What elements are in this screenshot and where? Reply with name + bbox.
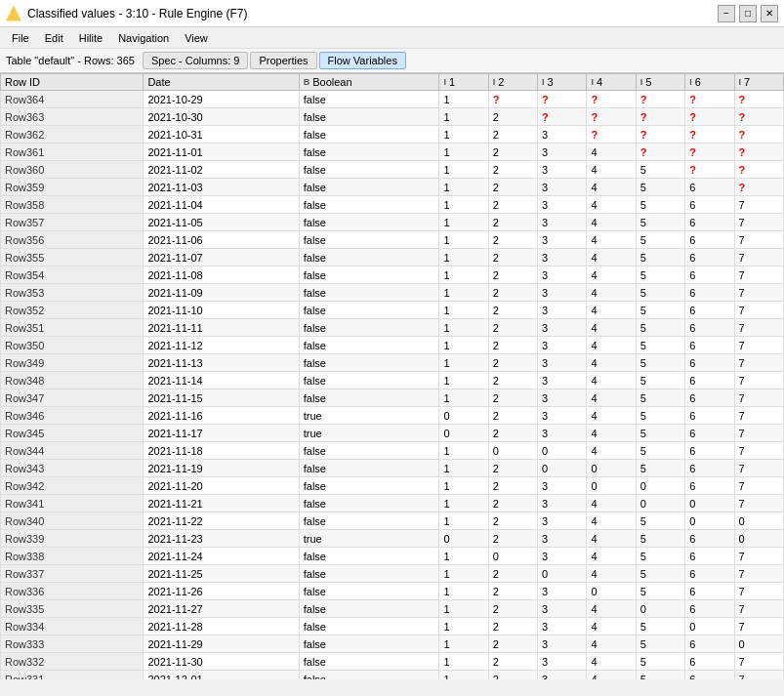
- table-row[interactable]: Row3602021-11-02false12345??: [1, 161, 784, 179]
- table-row[interactable]: Row3402021-11-22false1234500: [1, 512, 784, 530]
- table-row[interactable]: Row3562021-11-06false1234567: [1, 231, 784, 249]
- table-row[interactable]: Row3412021-11-21false1234007: [1, 495, 784, 512]
- properties-button[interactable]: Properties: [250, 52, 316, 69]
- table-row[interactable]: Row3582021-11-04false1234567: [1, 196, 784, 214]
- data-table-container[interactable]: Row ID Date B Boolean I 1 I 2 I 3: [0, 73, 784, 679]
- table-cell: 4: [587, 337, 636, 354]
- table-row[interactable]: Row3522021-11-10false1234567: [1, 302, 784, 319]
- table-row[interactable]: Row3642021-10-29false1??????: [1, 91, 784, 108]
- table-cell: 0: [734, 530, 783, 548]
- table-cell: 1: [439, 442, 488, 460]
- table-cell: 6: [685, 671, 734, 680]
- table-row[interactable]: Row3342021-11-28false1234507: [1, 618, 784, 635]
- table-cell: Row344: [1, 442, 144, 460]
- table-row[interactable]: Row3572021-11-05false1234567: [1, 214, 784, 231]
- table-cell: 3: [538, 337, 587, 354]
- table-cell: Row333: [1, 635, 144, 653]
- table-cell: false: [299, 460, 439, 477]
- table-row[interactable]: Row3452021-11-17true0234567: [1, 425, 784, 442]
- table-row[interactable]: Row3632021-10-30false12?????: [1, 108, 784, 126]
- table-cell: 0: [587, 583, 636, 600]
- table-cell: 5: [636, 635, 684, 653]
- spec-button[interactable]: Spec - Columns: 9: [143, 52, 248, 69]
- menu-view[interactable]: View: [177, 30, 216, 46]
- table-cell: 4: [587, 565, 636, 583]
- table-cell: 2021-11-19: [144, 460, 299, 477]
- table-cell: ?: [685, 126, 734, 143]
- table-cell: 3: [538, 425, 587, 442]
- table-cell: Row343: [1, 460, 144, 477]
- table-row[interactable]: Row3492021-11-13false1234567: [1, 354, 784, 372]
- table-cell: 4: [587, 495, 636, 512]
- table-row[interactable]: Row3322021-11-30false1234567: [1, 653, 784, 671]
- table-row[interactable]: Row3592021-11-03false123456?: [1, 179, 784, 196]
- flow-variables-button[interactable]: Flow Variables: [319, 52, 406, 69]
- table-row[interactable]: Row3462021-11-16true0234567: [1, 407, 784, 425]
- table-cell: 2: [488, 635, 537, 653]
- table-row[interactable]: Row3542021-11-08false1234567: [1, 266, 784, 284]
- table-cell: false: [299, 143, 439, 161]
- table-row[interactable]: Row3312021-12-01false1234567: [1, 671, 784, 680]
- table-cell: ?: [685, 161, 734, 179]
- menu-file[interactable]: File: [4, 30, 37, 46]
- table-cell: 2: [488, 231, 537, 249]
- table-cell: 2: [488, 425, 537, 442]
- table-row[interactable]: Row3382021-11-24false1034567: [1, 548, 784, 565]
- table-cell: 4: [587, 354, 636, 372]
- table-cell: 5: [636, 583, 684, 600]
- table-row[interactable]: Row3352021-11-27false1234067: [1, 600, 784, 618]
- table-cell: ?: [587, 126, 636, 143]
- table-cell: 5: [636, 389, 684, 407]
- table-cell: false: [299, 302, 439, 319]
- table-cell: 6: [685, 407, 734, 425]
- table-cell: Row342: [1, 477, 144, 495]
- table-cell: 2021-11-18: [144, 442, 299, 460]
- table-cell: 2: [488, 143, 537, 161]
- table-row[interactable]: Row3422021-11-20false1230067: [1, 477, 784, 495]
- table-cell: 1: [439, 337, 488, 354]
- menu-edit[interactable]: Edit: [37, 30, 71, 46]
- table-cell: 1: [439, 161, 488, 179]
- table-cell: 1: [439, 179, 488, 196]
- table-cell: Row364: [1, 91, 144, 108]
- table-cell: 4: [587, 600, 636, 618]
- table-cell: 6: [685, 354, 734, 372]
- table-info: Table "default" - Rows: 365: [6, 55, 135, 66]
- table-cell: 0: [587, 460, 636, 477]
- table-row[interactable]: Row3532021-11-09false1234567: [1, 284, 784, 302]
- table-cell: 7: [734, 425, 783, 442]
- table-row[interactable]: Row3372021-11-25false1204567: [1, 565, 784, 583]
- table-cell: 3: [538, 548, 587, 565]
- table-cell: 3: [538, 319, 587, 337]
- table-cell: 2021-11-05: [144, 214, 299, 231]
- table-row[interactable]: Row3332021-11-29false1234560: [1, 635, 784, 653]
- toolbar: Table "default" - Rows: 365 Spec - Colum…: [0, 49, 784, 73]
- table-cell: 0: [439, 530, 488, 548]
- table-row[interactable]: Row3612021-11-01false1234???: [1, 143, 784, 161]
- minimize-button[interactable]: −: [718, 5, 735, 22]
- menubar: File Edit Hilite Navigation View: [0, 27, 784, 49]
- close-button[interactable]: ✕: [761, 5, 778, 22]
- table-cell: 0: [636, 477, 684, 495]
- table-row[interactable]: Row3502021-11-12false1234567: [1, 337, 784, 354]
- table-row[interactable]: Row3472021-11-15false1234567: [1, 389, 784, 407]
- table-cell: 2021-11-26: [144, 583, 299, 600]
- table-cell: 4: [587, 284, 636, 302]
- table-cell: false: [299, 354, 439, 372]
- table-row[interactable]: Row3512021-11-11false1234567: [1, 319, 784, 337]
- table-cell: 5: [636, 425, 684, 442]
- maximize-button[interactable]: □: [739, 5, 757, 22]
- table-cell: 2021-11-02: [144, 161, 299, 179]
- table-row[interactable]: Row3392021-11-23true0234560: [1, 530, 784, 548]
- table-row[interactable]: Row3552021-11-07false1234567: [1, 249, 784, 266]
- table-row[interactable]: Row3622021-10-31false123????: [1, 126, 784, 143]
- table-cell: 4: [587, 214, 636, 231]
- menu-hilite[interactable]: Hilite: [71, 30, 110, 46]
- table-row[interactable]: Row3432021-11-19false1200567: [1, 460, 784, 477]
- table-row[interactable]: Row3442021-11-18false1004567: [1, 442, 784, 460]
- table-cell: 2: [488, 583, 537, 600]
- menu-navigation[interactable]: Navigation: [110, 30, 177, 46]
- table-row[interactable]: Row3362021-11-26false1230567: [1, 583, 784, 600]
- table-row[interactable]: Row3482021-11-14false1234567: [1, 372, 784, 389]
- table-cell: 2021-11-09: [144, 284, 299, 302]
